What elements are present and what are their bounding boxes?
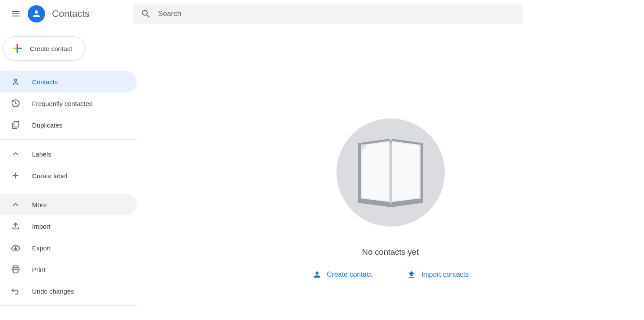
search-input[interactable]	[155, 10, 518, 18]
main-content: No contacts yet Create contact Import co…	[137, 28, 644, 320]
sidebar-label: Print	[32, 266, 45, 273]
sidebar-label: Undo changes	[32, 288, 74, 295]
sidebar-label: More	[32, 201, 47, 208]
plus-multicolor-icon	[11, 42, 24, 55]
main-menu-button[interactable]	[5, 3, 26, 24]
svg-rect-1	[14, 122, 19, 127]
divider	[0, 139, 137, 140]
chevron-up-icon	[10, 149, 21, 159]
sidebar-label: Contacts	[32, 78, 58, 86]
person-icon	[312, 270, 322, 279]
sidebar-label: Frequently contacted	[32, 100, 93, 107]
app-logo: Contacts	[28, 5, 90, 22]
chevron-up-icon	[10, 199, 21, 210]
contacts-logo-icon	[28, 5, 45, 22]
sidebar-item-import[interactable]: Import	[0, 215, 137, 237]
divider	[0, 190, 137, 190]
sidebar-item-print[interactable]: Print	[0, 259, 137, 280]
upload-icon	[10, 221, 21, 231]
sidebar-item-create-label[interactable]: Create label	[0, 165, 137, 186]
empty-state-illustration	[337, 118, 445, 227]
sidebar-item-export[interactable]: Export	[0, 237, 137, 259]
plus-icon	[10, 170, 21, 181]
sidebar-item-labels[interactable]: Labels	[0, 143, 137, 165]
sidebar-item-contacts[interactable]: Contacts	[0, 71, 137, 93]
person-icon	[10, 77, 21, 87]
copy-icon	[10, 120, 21, 130]
print-icon	[10, 264, 21, 275]
upload-icon	[407, 270, 416, 279]
book-icon	[350, 134, 432, 211]
create-contact-button[interactable]: Create contact	[3, 36, 85, 61]
sidebar-label: Create label	[32, 172, 67, 179]
sidebar-label: Labels	[32, 150, 51, 158]
sidebar-label: Export	[32, 244, 51, 252]
sidebar-label: Duplicates	[32, 122, 62, 129]
link-label: Create contact	[327, 271, 372, 278]
divider	[0, 305, 137, 306]
empty-state: No contacts yet Create contact Import co…	[312, 118, 469, 279]
import-contacts-link[interactable]: Import contacts	[407, 270, 469, 279]
search-icon	[141, 9, 151, 19]
svg-rect-6	[13, 270, 18, 273]
sidebar-item-undo[interactable]: Undo changes	[0, 280, 137, 302]
undo-icon	[10, 286, 21, 296]
empty-state-actions: Create contact Import contacts	[312, 270, 469, 279]
header: Contacts	[0, 0, 644, 28]
history-icon	[10, 98, 21, 109]
search-bar[interactable]	[133, 3, 523, 24]
hamburger-icon	[10, 9, 21, 19]
sidebar-item-more[interactable]: More	[0, 194, 137, 215]
svg-point-0	[14, 79, 17, 82]
search-button[interactable]	[137, 5, 155, 22]
cloud-download-icon	[10, 243, 21, 253]
create-contact-link[interactable]: Create contact	[312, 270, 372, 279]
create-contact-label: Create contact	[30, 45, 72, 52]
sidebar-item-duplicates[interactable]: Duplicates	[0, 114, 137, 136]
empty-state-text: No contacts yet	[362, 247, 419, 257]
link-label: Import contacts	[421, 271, 469, 278]
app-title: Contacts	[52, 8, 90, 19]
sidebar-label: Import	[32, 223, 51, 230]
sidebar: Create contact Contacts Frequently conta…	[0, 28, 137, 320]
sidebar-item-frequently[interactable]: Frequently contacted	[0, 93, 137, 114]
